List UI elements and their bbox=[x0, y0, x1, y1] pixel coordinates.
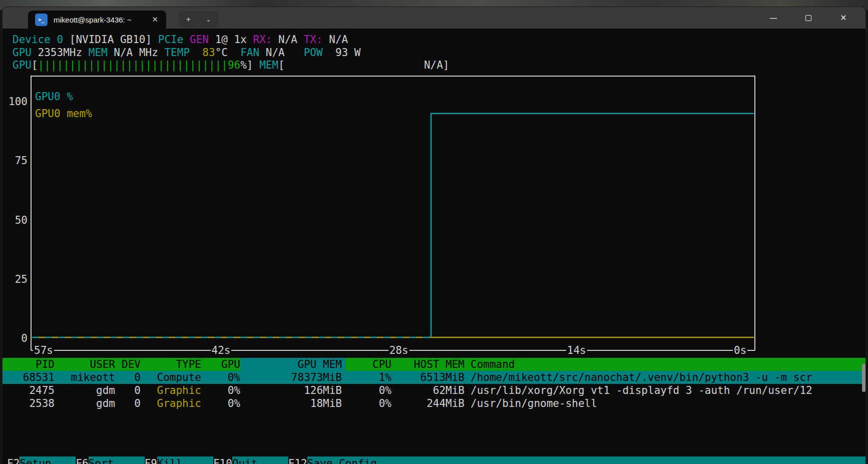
cell-host-mem: 62MiB bbox=[395, 384, 465, 397]
title-bar[interactable]: >_ mikeott@spark-3436: ~ ✕ + ⌄ — ✕ bbox=[3, 7, 865, 29]
function-key-bar: F2SetupF6SortF9KillF10QuitF12Save Config bbox=[3, 456, 865, 464]
text-segment: POW bbox=[304, 47, 323, 59]
table-row[interactable]: 2475gdm0Graphic0%126MiB0%62MiB/usr/lib/x… bbox=[3, 384, 865, 397]
cell-pid: 68531 bbox=[7, 371, 55, 384]
text-segment: °C bbox=[215, 47, 241, 59]
text-segment: [ bbox=[278, 59, 285, 71]
terminal-content[interactable]: Device 0 [NVIDIA GB10] PCIe GEN 1@ 1x RX… bbox=[3, 29, 865, 464]
text-segment: N/A bbox=[323, 34, 348, 46]
cell-gpu-mem: 78373MiB bbox=[243, 371, 342, 384]
close-button[interactable]: ✕ bbox=[828, 7, 858, 29]
text-segment: 83 bbox=[202, 47, 215, 59]
chart-border bbox=[31, 76, 755, 350]
y-tick-label: 25 bbox=[3, 273, 28, 286]
fkey-label-kill[interactable]: Kill bbox=[157, 456, 213, 464]
text-segment: 96 bbox=[228, 59, 240, 71]
gpu-mem-bar-line: GPU[||||||||||||||||||||||||||||||96%] M… bbox=[13, 59, 449, 72]
text-segment: N/A bbox=[272, 34, 303, 46]
cell-cpu: 0% bbox=[345, 397, 391, 410]
terminal-tab[interactable]: >_ mikeott@spark-3436: ~ ✕ bbox=[28, 11, 166, 29]
column-header-dev[interactable]: DEV bbox=[118, 358, 141, 371]
column-header-type[interactable]: TYPE bbox=[145, 358, 201, 371]
cell-gpu: 0% bbox=[205, 397, 240, 410]
maximize-button[interactable] bbox=[793, 7, 823, 29]
text-segment bbox=[190, 47, 202, 59]
fkey-label-setup[interactable]: Setup bbox=[20, 456, 76, 464]
y-tick-label: 50 bbox=[3, 214, 28, 227]
scrollbar-thumb[interactable] bbox=[862, 364, 865, 392]
cell-dev: 0 bbox=[118, 397, 141, 410]
column-header-cpu[interactable]: CPU bbox=[345, 358, 391, 371]
column-header-pid[interactable]: PID bbox=[7, 358, 55, 371]
fkey-label-sort[interactable]: Sort bbox=[89, 456, 145, 464]
new-tab-button[interactable]: + bbox=[179, 12, 198, 27]
cell-cpu: 0% bbox=[345, 384, 391, 397]
text-segment bbox=[285, 59, 424, 71]
fkey-label-quit[interactable]: Quit bbox=[232, 456, 288, 464]
cell-gpu-mem: 126MiB bbox=[243, 384, 342, 397]
x-tick-label: 42s bbox=[211, 344, 232, 357]
text-segment: MEM bbox=[89, 47, 108, 59]
terminal-window: >_ mikeott@spark-3436: ~ ✕ + ⌄ — ✕ Devic… bbox=[3, 7, 865, 464]
tab-close-icon[interactable]: ✕ bbox=[149, 14, 161, 25]
cell-command: /usr/lib/xorg/Xorg vt1 -displayfd 3 -aut… bbox=[471, 384, 865, 397]
text-segment bbox=[183, 34, 190, 46]
text-segment: GPU bbox=[13, 47, 32, 59]
column-header-user[interactable]: USER bbox=[58, 358, 115, 371]
cell-type: Graphic bbox=[145, 384, 201, 397]
fkey-f12[interactable]: F12 bbox=[288, 456, 307, 464]
cell-dev: 0 bbox=[118, 384, 141, 397]
column-header-gpu[interactable]: GPU bbox=[205, 358, 240, 371]
text-segment: 93 W bbox=[323, 47, 361, 59]
text-segment: MEM bbox=[259, 59, 278, 71]
x-tick-label: 14s bbox=[566, 344, 587, 357]
legend-entry: GPU0 % bbox=[35, 90, 73, 103]
fkey-f6[interactable]: F6 bbox=[76, 456, 88, 464]
x-tick-label: 57s bbox=[33, 344, 54, 357]
text-segment: N/A bbox=[259, 47, 304, 59]
cell-dev: 0 bbox=[118, 371, 141, 384]
column-header-command[interactable]: Command bbox=[471, 358, 865, 371]
cell-user: mikeott bbox=[58, 371, 115, 384]
cell-gpu: 0% bbox=[205, 371, 240, 384]
fbar-padding bbox=[3, 456, 7, 464]
text-segment: RX: bbox=[253, 34, 272, 46]
cell-cpu: 1% bbox=[345, 371, 391, 384]
x-tick-label: 0s bbox=[733, 344, 747, 357]
text-segment: 1@ 1x bbox=[209, 34, 253, 46]
column-header-host-mem[interactable]: HOST MEM bbox=[395, 358, 465, 371]
fkey-f10[interactable]: F10 bbox=[213, 456, 232, 464]
column-header-gpu-mem[interactable]: GPU MEM bbox=[243, 358, 342, 371]
text-segment: N/A] bbox=[424, 59, 450, 71]
cell-host-mem: 244MiB bbox=[395, 397, 465, 410]
cell-type: Graphic bbox=[145, 397, 201, 410]
gpu-clock-temp-line: GPU 2353MHz MEM N/A MHz TEMP 83°C FAN N/… bbox=[13, 46, 360, 59]
cell-user: gdm bbox=[58, 384, 115, 397]
minimize-button[interactable]: — bbox=[758, 7, 788, 29]
table-row[interactable]: 2538gdm0Graphic0%18MiB0%244MiB/usr/bin/g… bbox=[3, 397, 865, 410]
fkey-f2[interactable]: F2 bbox=[7, 456, 20, 464]
fkey-label-save-config[interactable]: Save Config bbox=[307, 456, 865, 464]
legend-entry: GPU0 mem% bbox=[35, 107, 92, 120]
text-segment: PCIe bbox=[158, 34, 184, 46]
cell-type: Compute bbox=[145, 371, 201, 384]
tab-title: mikeott@spark-3436: ~ bbox=[54, 16, 149, 24]
y-tick-label: 75 bbox=[3, 154, 28, 167]
text-segment: TX: bbox=[304, 34, 323, 46]
cell-gpu: 0% bbox=[205, 384, 240, 397]
tab-dropdown-button[interactable]: ⌄ bbox=[199, 12, 218, 27]
fkey-f9[interactable]: F9 bbox=[145, 456, 157, 464]
device-info-line: Device 0 [NVIDIA GB10] PCIe GEN 1@ 1x RX… bbox=[13, 33, 348, 46]
gpu-utilization-line bbox=[431, 114, 754, 337]
text-segment: % bbox=[240, 59, 247, 71]
text-segment: N/A MHz bbox=[108, 47, 165, 59]
text-segment: [NVIDIA GB10] bbox=[63, 34, 158, 46]
x-tick-label: 28s bbox=[388, 344, 409, 357]
text-segment: GPU bbox=[13, 59, 32, 71]
table-row[interactable]: 68531mikeott0Compute0%78373MiB1%6513MiB/… bbox=[3, 371, 865, 384]
text-segment: |||||||||||||||||||||||||||||| bbox=[38, 59, 228, 71]
cell-user: gdm bbox=[58, 397, 115, 410]
table-header-row: PIDUSERDEVTYPEGPUGPU MEMCPUHOST MEMComma… bbox=[3, 358, 865, 371]
cell-command: /home/mikeott/src/nanochat/.venv/bin/pyt… bbox=[471, 371, 865, 384]
cell-pid: 2475 bbox=[7, 384, 55, 397]
